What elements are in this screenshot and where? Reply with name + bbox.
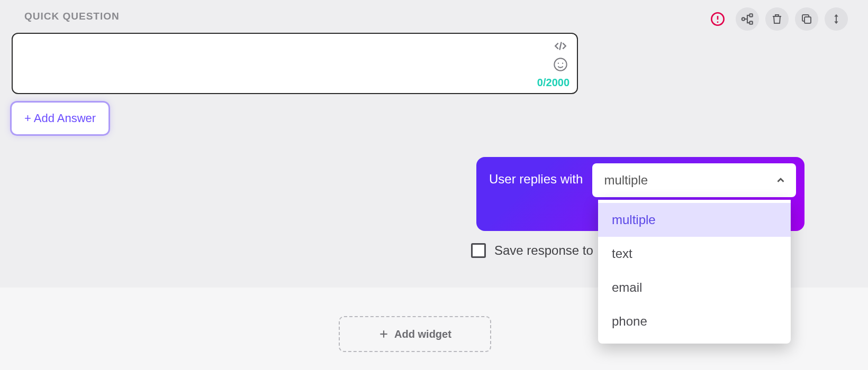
reply-option-text[interactable]: text bbox=[598, 237, 791, 271]
char-counter: 0/2000 bbox=[537, 77, 569, 89]
question-input[interactable] bbox=[20, 40, 535, 87]
svg-point-8 bbox=[554, 58, 566, 70]
save-response-row: Save response to bbox=[471, 243, 593, 258]
chevron-up-icon bbox=[775, 174, 786, 186]
reply-type-selected: multiple bbox=[604, 173, 648, 188]
svg-point-9 bbox=[558, 63, 559, 64]
add-widget-button[interactable]: Add widget bbox=[339, 316, 491, 352]
add-answer-button[interactable]: + Add Answer bbox=[12, 103, 108, 134]
save-response-label: Save response to bbox=[494, 243, 593, 258]
svg-rect-5 bbox=[749, 21, 752, 24]
reply-type-select[interactable]: multiple bbox=[592, 163, 796, 197]
svg-line-7 bbox=[559, 42, 561, 50]
emoji-icon[interactable] bbox=[553, 57, 568, 72]
reply-option-multiple[interactable]: multiple bbox=[598, 203, 791, 237]
drag-vertical-icon[interactable] bbox=[825, 7, 848, 31]
flow-branch-icon[interactable] bbox=[736, 7, 759, 31]
add-widget-label: Add widget bbox=[394, 328, 451, 340]
alert-icon[interactable] bbox=[706, 7, 729, 31]
svg-rect-4 bbox=[749, 14, 752, 16]
copy-icon[interactable] bbox=[795, 7, 818, 31]
user-replies-label: User replies with bbox=[489, 172, 583, 187]
section-title: QUICK QUESTION bbox=[24, 11, 120, 22]
svg-point-10 bbox=[562, 63, 563, 64]
question-input-tools bbox=[553, 39, 568, 72]
plus-icon bbox=[378, 329, 389, 339]
widget-toolbar bbox=[706, 7, 848, 31]
svg-point-3 bbox=[742, 17, 745, 20]
editor-canvas: QUICK QUESTION bbox=[0, 0, 868, 370]
trash-icon[interactable] bbox=[765, 7, 789, 31]
reply-type-dropdown: multiple text email phone bbox=[598, 200, 791, 344]
reply-option-phone[interactable]: phone bbox=[598, 304, 791, 338]
svg-point-2 bbox=[717, 21, 719, 23]
question-textarea-container: 0/2000 bbox=[12, 33, 578, 94]
reply-option-email[interactable]: email bbox=[598, 271, 791, 304]
code-icon[interactable] bbox=[553, 39, 568, 53]
svg-rect-6 bbox=[804, 17, 811, 23]
save-response-checkbox[interactable] bbox=[471, 243, 486, 258]
